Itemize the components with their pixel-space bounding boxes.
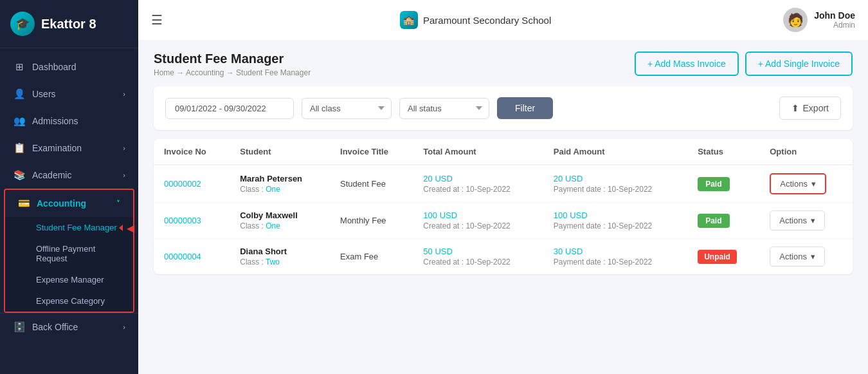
back-office-arrow-icon: › (123, 323, 125, 331)
actions-button[interactable]: Actions ▾ (770, 247, 825, 266)
invoice-title-value: Exam Fee (340, 252, 378, 261)
created-at: Created at : 10-Sep-2022 (423, 257, 533, 266)
expense-category-label: Expense Category (36, 296, 105, 306)
date-range-input[interactable] (165, 98, 294, 119)
cell-total-amount-0: 20 USD Created at : 10-Sep-2022 (413, 165, 543, 203)
cell-invoice-no-1: 00000003 (154, 203, 230, 239)
page-header-left: Student Fee Manager Home → Accounting → … (154, 51, 311, 77)
export-label: Export (803, 103, 829, 113)
cell-status-0: Paid (687, 165, 759, 203)
brand-name: Ekattor 8 (41, 17, 96, 32)
sidebar-item-academic-label: Academic (32, 170, 71, 180)
cell-invoice-title-1: Monthly Fee (330, 203, 413, 239)
invoice-title-value: Monthly Fee (340, 216, 386, 225)
accounting-section: 💳 Accounting ˅ Student Fee Manager ◀ Off… (4, 189, 134, 313)
sidebar-bottom: 🗄️ Back Office › (0, 313, 138, 341)
page-content: Student Fee Manager Home → Accounting → … (138, 40, 868, 374)
users-icon: 👤 (13, 88, 26, 100)
sidebar: 🎓 Ekattor 8 ⊞ Dashboard 👤 Users › 👥 Admi… (0, 0, 138, 374)
academic-arrow-icon: › (123, 171, 125, 179)
cell-student-2: Diana Short Class : Two (230, 239, 330, 275)
status-filter-select[interactable]: All status (399, 98, 489, 119)
created-at: Created at : 10-Sep-2022 (423, 221, 533, 230)
cell-total-amount-2: 50 USD Created at : 10-Sep-2022 (413, 239, 543, 275)
col-status: Status (687, 139, 759, 165)
expense-manager-label: Expense Manager (36, 275, 104, 285)
invoice-no-value: 00000002 (164, 179, 201, 189)
topbar-center: 🏫 Paramount Secondary School (176, 11, 775, 29)
student-name: Colby Maxwell (240, 210, 320, 220)
payment-date: Payment date : 10-Sep-2022 (554, 221, 677, 230)
user-info: John Doe Admin (814, 10, 855, 30)
accounting-arrow-icon: ˅ (116, 200, 120, 208)
total-amount-value: 50 USD (423, 247, 533, 256)
paid-amount-value: 30 USD (554, 247, 677, 256)
sidebar-item-dashboard[interactable]: ⊞ Dashboard (0, 53, 138, 80)
sidebar-item-users-label: Users (32, 89, 56, 99)
sidebar-item-admissions[interactable]: 👥 Admissions (0, 108, 138, 135)
school-name: Paramount Secondary School (423, 15, 551, 26)
examination-icon: 📋 (13, 142, 26, 154)
col-student: Student (230, 139, 330, 165)
payment-date: Payment date : 10-Sep-2022 (554, 257, 677, 266)
sidebar-item-admissions-label: Admissions (32, 116, 78, 126)
brand: 🎓 Ekattor 8 (0, 0, 138, 48)
add-mass-invoice-button[interactable]: + Add Mass Invoice (635, 51, 739, 76)
school-icon: 🏫 (400, 11, 418, 29)
table-row: 00000004 Diana Short Class : Two Exam Fe… (154, 239, 853, 275)
cell-option-0: Actions ▾ (759, 165, 853, 203)
add-single-invoice-button[interactable]: + Add Single Invoice (745, 51, 853, 76)
filter-bar: All class All status Filter ⬆ Export (154, 86, 853, 130)
student-class: Class : One (240, 185, 320, 194)
actions-button[interactable]: Actions ▾ (770, 173, 826, 194)
cell-paid-amount-1: 100 USD Payment date : 10-Sep-2022 (543, 203, 687, 239)
offline-payment-label: Offline Payment Request (36, 244, 95, 263)
cell-invoice-title-2: Exam Fee (330, 239, 413, 275)
student-name: Marah Petersen (240, 174, 320, 183)
cell-student-0: Marah Petersen Class : One (230, 165, 330, 203)
sidebar-item-accounting[interactable]: 💳 Accounting ˅ (5, 190, 133, 217)
user-avatar: 🧑 (783, 8, 808, 32)
actions-dropdown-icon: ▾ (811, 179, 816, 189)
col-option: Option (759, 139, 853, 165)
cell-invoice-no-0: 00000002 (154, 165, 230, 203)
status-badge: Unpaid (698, 250, 737, 264)
student-fee-manager-label: Student Fee Manager (36, 223, 117, 232)
page-actions: + Add Mass Invoice + Add Single Invoice (635, 51, 853, 76)
table-header-row: Invoice No Student Invoice Title Total A… (154, 139, 853, 165)
class-filter-select[interactable]: All class (302, 98, 392, 119)
cell-status-1: Paid (687, 203, 759, 239)
paid-amount-value: 20 USD (554, 174, 677, 183)
filter-button[interactable]: Filter (497, 97, 553, 119)
sidebar-item-examination[interactable]: 📋 Examination › (0, 135, 138, 162)
sidebar-item-student-fee-manager[interactable]: Student Fee Manager ◀ (5, 217, 133, 238)
sidebar-item-academic[interactable]: 📚 Academic › (0, 162, 138, 189)
sidebar-item-expense-manager[interactable]: Expense Manager (5, 269, 133, 290)
actions-button[interactable]: Actions ▾ (770, 210, 825, 230)
dashboard-icon: ⊞ (13, 61, 26, 73)
table-row: 00000003 Colby Maxwell Class : One Month… (154, 203, 853, 239)
export-button[interactable]: ⬆ Export (779, 97, 841, 120)
topbar: ☰ 🏫 Paramount Secondary School 🧑 John Do… (138, 0, 868, 40)
cell-option-2: Actions ▾ (759, 239, 853, 275)
col-invoice-no: Invoice No (154, 139, 230, 165)
table-row: 00000002 Marah Petersen Class : One Stud… (154, 165, 853, 203)
sidebar-item-back-office[interactable]: 🗄️ Back Office › (0, 313, 138, 341)
created-at: Created at : 10-Sep-2022 (423, 185, 533, 194)
sidebar-item-accounting-label: Accounting (37, 198, 86, 209)
examination-arrow-icon: › (123, 144, 125, 152)
cell-student-1: Colby Maxwell Class : One (230, 203, 330, 239)
academic-icon: 📚 (13, 169, 26, 181)
sidebar-item-expense-category[interactable]: Expense Category (5, 290, 133, 312)
sidebar-item-users[interactable]: 👤 Users › (0, 80, 138, 108)
admissions-icon: 👥 (13, 115, 26, 127)
brand-icon: 🎓 (10, 12, 35, 36)
active-item-arrow-icon: ◀ (127, 221, 134, 234)
breadcrumb: Home → Accounting → Student Fee Manager (154, 68, 311, 77)
main-content: ☰ 🏫 Paramount Secondary School 🧑 John Do… (138, 0, 868, 374)
cell-invoice-no-2: 00000004 (154, 239, 230, 275)
col-total-amount: Total Amount (413, 139, 543, 165)
menu-icon[interactable]: ☰ (151, 12, 163, 28)
sidebar-item-offline-payment[interactable]: Offline Payment Request (5, 238, 133, 269)
status-badge: Paid (698, 177, 729, 191)
